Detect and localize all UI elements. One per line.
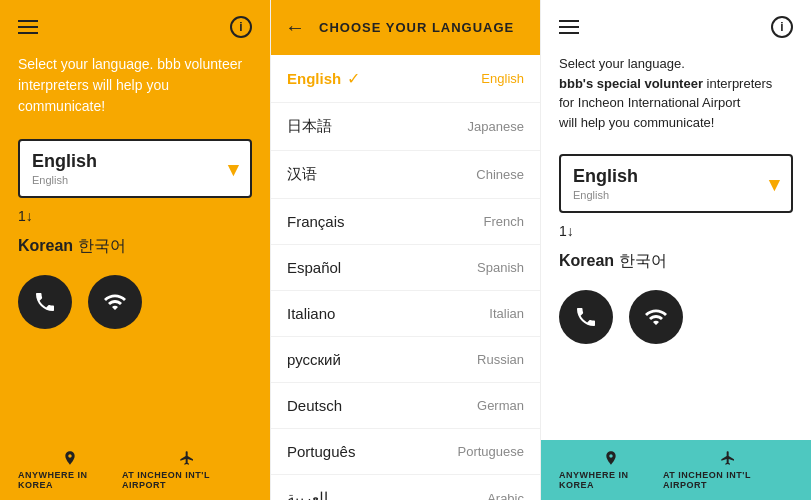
lang-left: English ✓: [287, 69, 360, 88]
lang-left: 日本語: [287, 117, 332, 136]
back-arrow-icon[interactable]: ←: [285, 16, 305, 39]
lang-native: العربية: [287, 489, 328, 500]
left-selected-language-sub: English: [32, 174, 97, 186]
wifi-icon-right: [644, 305, 668, 329]
lang-left: العربية: [287, 489, 328, 500]
check-icon: ✓: [347, 69, 360, 88]
right-buttons: [541, 278, 811, 356]
lang-left: Italiano: [287, 305, 335, 322]
right-selected-language: English: [573, 166, 638, 187]
language-list-item[interactable]: Français French: [271, 199, 540, 245]
lang-native: Deutsch: [287, 397, 342, 414]
lang-english: German: [477, 398, 524, 413]
left-language-dropdown[interactable]: English English ▾: [18, 139, 252, 198]
lang-english: Japanese: [468, 119, 524, 134]
lang-english: Portuguese: [458, 444, 525, 459]
left-footer: ANYWHERE IN KOREA AT INCHEON INT'L AIRPO…: [0, 440, 270, 500]
right-description-text: Select your language.bbb's special volun…: [559, 54, 793, 132]
lang-english: Chinese: [476, 167, 524, 182]
language-list-item[interactable]: العربية Arabic: [271, 475, 540, 500]
language-list-item[interactable]: Italiano Italian: [271, 291, 540, 337]
lang-left: 汉语: [287, 165, 317, 184]
choose-language-title: CHOOSE YOUR LANGUAGE: [319, 20, 514, 35]
lang-english: Russian: [477, 352, 524, 367]
left-description: Select your language. bbb volunteer inte…: [0, 54, 270, 129]
hamburger-icon-right[interactable]: [559, 20, 579, 34]
lang-native: English: [287, 70, 341, 87]
right-header: i: [541, 0, 811, 54]
lang-native: 日本語: [287, 117, 332, 136]
plane-icon-right: [718, 450, 738, 466]
info-icon-right[interactable]: i: [771, 16, 793, 38]
left-footer-airport-label: AT INCHEON INT'L AIRPORT: [122, 470, 252, 490]
phone-icon: [33, 290, 57, 314]
right-phone-button[interactable]: [559, 290, 613, 344]
left-target-language: Korean 한국어: [0, 230, 270, 263]
language-list-item[interactable]: Español Spanish: [271, 245, 540, 291]
left-selected-language: English: [32, 151, 97, 172]
language-list-item[interactable]: 日本語 Japanese: [271, 103, 540, 151]
left-footer-airport: AT INCHEON INT'L AIRPORT: [122, 450, 252, 490]
right-panel: i Select your language.bbb's special vol…: [541, 0, 811, 500]
lang-english: French: [484, 214, 524, 229]
wifi-icon: [103, 290, 127, 314]
lang-left: Español: [287, 259, 341, 276]
right-language-dropdown[interactable]: English English ▾: [559, 154, 793, 213]
chevron-down-icon-right: ▾: [769, 172, 779, 196]
chevron-down-icon: ▾: [228, 157, 238, 181]
language-list-item[interactable]: русский Russian: [271, 337, 540, 383]
lang-left: русский: [287, 351, 341, 368]
right-footer-korea-label: ANYWHERE IN KOREA: [559, 470, 663, 490]
plane-icon: [177, 450, 197, 466]
left-description-text: Select your language. bbb volunteer inte…: [18, 54, 252, 117]
right-target-language: Korean 한국어: [541, 245, 811, 278]
language-list: English ✓ English 日本語 Japanese 汉语 Chines…: [271, 55, 540, 500]
lang-native: русский: [287, 351, 341, 368]
location-icon: [62, 450, 78, 466]
lang-native: Español: [287, 259, 341, 276]
info-icon[interactable]: i: [230, 16, 252, 38]
lang-english: Arabic: [487, 491, 524, 501]
lang-native: Português: [287, 443, 355, 460]
wifi-button[interactable]: [88, 275, 142, 329]
lang-left: Français: [287, 213, 345, 230]
lang-english: Italian: [489, 306, 524, 321]
lang-left: Deutsch: [287, 397, 342, 414]
right-footer-airport-label: AT INCHEON INT'L AIRPORT: [663, 470, 793, 490]
phone-button[interactable]: [18, 275, 72, 329]
language-list-item[interactable]: English ✓ English: [271, 55, 540, 103]
lang-native: 汉语: [287, 165, 317, 184]
lang-english: Spanish: [477, 260, 524, 275]
right-footer-korea: ANYWHERE IN KOREA: [559, 450, 663, 490]
lang-native: Italiano: [287, 305, 335, 322]
middle-panel: ← CHOOSE YOUR LANGUAGE English ✓ English…: [270, 0, 541, 500]
right-selected-language-sub: English: [573, 189, 638, 201]
left-panel: i Select your language. bbb volunteer in…: [0, 0, 270, 500]
right-footer: ANYWHERE IN KOREA AT INCHEON INT'L AIRPO…: [541, 440, 811, 500]
language-list-item[interactable]: Português Portuguese: [271, 429, 540, 475]
left-buttons: [0, 263, 270, 341]
location-icon-right: [603, 450, 619, 466]
sort-icon[interactable]: 1↓: [0, 208, 270, 224]
left-footer-korea: ANYWHERE IN KOREA: [18, 450, 122, 490]
hamburger-icon[interactable]: [18, 20, 38, 34]
lang-english: English: [481, 71, 524, 86]
middle-header: ← CHOOSE YOUR LANGUAGE: [271, 0, 540, 55]
left-header: i: [0, 0, 270, 54]
language-list-item[interactable]: Deutsch German: [271, 383, 540, 429]
phone-icon-right: [574, 305, 598, 329]
right-sort-icon[interactable]: 1↓: [541, 223, 811, 239]
lang-left: Português: [287, 443, 355, 460]
left-footer-korea-label: ANYWHERE IN KOREA: [18, 470, 122, 490]
right-wifi-button[interactable]: [629, 290, 683, 344]
lang-native: Français: [287, 213, 345, 230]
right-description: Select your language.bbb's special volun…: [541, 54, 811, 144]
right-footer-airport: AT INCHEON INT'L AIRPORT: [663, 450, 793, 490]
language-list-item[interactable]: 汉语 Chinese: [271, 151, 540, 199]
